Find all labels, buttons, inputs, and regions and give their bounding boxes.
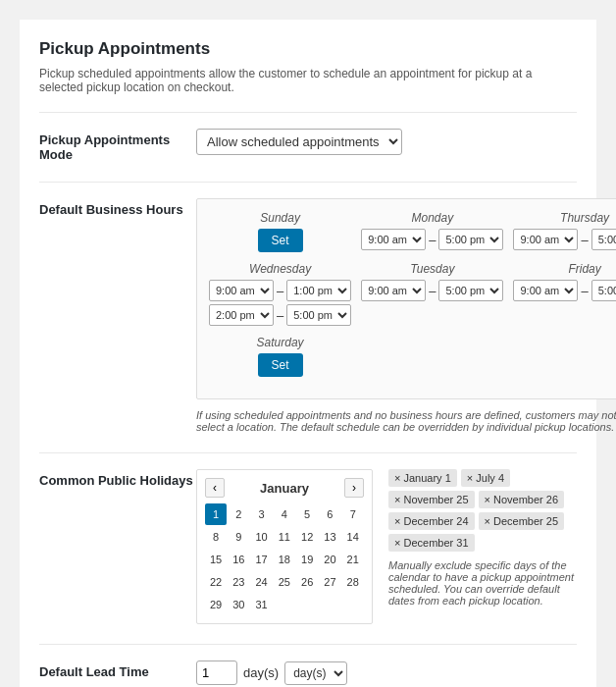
cal-day-15[interactable]: 15 [205,549,227,570]
cal-day-27[interactable]: 27 [319,571,340,593]
holidays-panel: × January 1 × July 4 × November 25 × Nov… [388,469,577,607]
cal-day-13[interactable]: 13 [319,526,340,548]
mode-content: Allow scheduled appointments Disable app… [196,129,577,155]
cal-day-5[interactable]: 5 [296,503,318,525]
mode-label: Pickup Appointments Mode [39,129,196,162]
cal-day-17[interactable]: 17 [251,549,273,570]
bh-wednesday-from2[interactable]: 2:00 pm [209,304,274,326]
bh-tuesday-from[interactable]: 9:00 am [361,280,426,301]
cal-day-16[interactable]: 16 [228,549,249,570]
bh-friday-from[interactable]: 9:00 am [513,280,578,301]
bh-sunday-set[interactable]: Set [258,229,303,252]
page-container: Pickup Appointments Pickup scheduled app… [20,20,596,687]
bh-friday-controls: 9:00 am – 5:00 pm [513,280,616,301]
cal-day-14[interactable]: 14 [342,526,364,548]
bh-tuesday-to[interactable]: 5:00 pm [438,280,503,301]
bh-thursday-from[interactable]: 9:00 am [513,229,578,250]
cal-day-20[interactable]: 20 [319,549,340,570]
calendar-grid: 1 2 3 4 5 6 7 8 9 10 11 12 13 1 [205,503,364,615]
holiday-tag-dec24[interactable]: × December 24 [388,512,475,530]
bh-thursday-to[interactable]: 5:00 pm [591,229,616,250]
bh-friday-to[interactable]: 5:00 pm [591,280,616,301]
cal-day-7[interactable]: 7 [342,503,364,525]
lead-time-unit: day(s) [243,665,279,680]
bh-cell-friday: Friday 9:00 am – 5:00 pm [513,262,616,326]
cal-day-26[interactable]: 26 [296,571,318,593]
cal-day-23[interactable]: 23 [228,571,249,593]
cal-day-8[interactable]: 8 [205,526,227,548]
bh-cell-tuesday: Tuesday 9:00 am – 5:00 pm [361,262,503,326]
cal-next-button[interactable]: › [344,478,364,498]
cal-day-6[interactable]: 6 [319,503,340,525]
cal-day-2[interactable]: 2 [228,503,249,525]
holiday-tag-dec25[interactable]: × December 25 [479,512,565,530]
cal-day-30[interactable]: 30 [228,594,249,615]
bh-wednesday-to1[interactable]: 1:00 pm [286,280,351,301]
business-hours-row: Default Business Hours Sunday Set Monday [39,182,577,433]
holidays-row: Common Public Holidays ‹ January › 1 2 3… [39,452,577,624]
holidays-note: Manually exclude specific days of the ca… [388,559,577,607]
bh-tuesday-controls: 9:00 am – 5:00 pm [361,280,503,301]
mode-select[interactable]: Allow scheduled appointments Disable app… [196,129,402,155]
bh-sunday-controls: Set [209,229,351,252]
lead-time-row: Default Lead Time day(s) day(s) Set a de… [39,644,577,687]
bh-empty-2 [513,336,616,377]
cal-day-29[interactable]: 29 [205,594,227,615]
lead-time-input[interactable] [196,661,237,685]
bh-empty-1 [361,336,503,377]
page-description: Pickup scheduled appointments allow the … [39,67,577,94]
holiday-tag-jul4[interactable]: × July 4 [461,469,510,487]
holiday-tag-nov25[interactable]: × November 25 [388,491,475,508]
bh-cell-monday: Monday 9:00 am – 5:00 pm [361,211,503,252]
bh-cell-saturday: Saturday Set [209,336,351,377]
bh-friday-label: Friday [513,262,616,276]
cal-day-24[interactable]: 24 [251,571,273,593]
bh-row-1: Sunday Set Monday 9:00 am – 5:00 pm [209,211,616,252]
holiday-tag-jan1[interactable]: × January 1 [388,469,457,487]
holidays-label: Common Public Holidays [39,469,196,488]
lead-time-inline: day(s) day(s) [196,661,577,685]
cal-day-1[interactable]: 1 [205,503,227,525]
calendar: ‹ January › 1 2 3 4 5 6 7 8 [196,469,373,624]
bh-cell-wednesday: Wednesday 9:00 am – 1:00 pm 2:00 pm – [209,262,351,326]
bh-wednesday-from1[interactable]: 9:00 am [209,280,274,301]
cal-day-18[interactable]: 18 [274,549,295,570]
cal-day-19[interactable]: 19 [296,549,318,570]
bh-wednesday-controls-2: 2:00 pm – 5:00 pm [209,304,351,326]
business-hours-label: Default Business Hours [39,198,196,217]
bh-monday-to[interactable]: 5:00 pm [438,229,503,250]
bh-row-2: Wednesday 9:00 am – 1:00 pm 2:00 pm – [209,262,616,326]
bh-wednesday-label: Wednesday [209,262,351,276]
business-hours-note: If using scheduled appointments and no b… [196,409,616,433]
cal-day-12[interactable]: 12 [296,526,318,548]
cal-day-11[interactable]: 11 [274,526,295,548]
bh-sunday-label: Sunday [209,211,351,225]
holiday-tag-nov26[interactable]: × November 26 [479,491,565,508]
holiday-tag-dec31[interactable]: × December 31 [388,534,475,552]
cal-day-21[interactable]: 21 [342,549,364,570]
bh-saturday-label: Saturday [209,336,351,349]
lead-time-unit-select[interactable]: day(s) [284,661,347,685]
bh-monday-from[interactable]: 9:00 am [361,229,426,250]
cal-day-31[interactable]: 31 [251,594,273,615]
cal-day-25[interactable]: 25 [274,571,295,593]
bh-monday-controls: 9:00 am – 5:00 pm [361,229,503,250]
bh-cell-thursday: Thursday 9:00 am – 5:00 pm [513,211,616,252]
cal-day-28[interactable]: 28 [342,571,364,593]
cal-day-10[interactable]: 10 [251,526,273,548]
cal-prev-button[interactable]: ‹ [205,478,225,498]
bh-wednesday-controls-1: 9:00 am – 1:00 pm [209,280,351,301]
mode-row: Pickup Appointments Mode Allow scheduled… [39,112,577,162]
calendar-header: ‹ January › [205,478,364,498]
bh-saturday-set[interactable]: Set [258,353,303,377]
lead-time-content: day(s) day(s) Set a default pickup lead … [196,661,577,687]
bh-wednesday-to2[interactable]: 5:00 pm [286,304,351,326]
cal-day-3[interactable]: 3 [251,503,273,525]
cal-day-9[interactable]: 9 [228,526,249,548]
lead-time-label: Default Lead Time [39,661,196,679]
cal-day-4[interactable]: 4 [274,503,295,525]
page-title: Pickup Appointments [39,39,577,59]
calendar-month: January [260,481,309,496]
calendar-wrapper: ‹ January › 1 2 3 4 5 6 7 8 [196,469,577,624]
cal-day-22[interactable]: 22 [205,571,227,593]
